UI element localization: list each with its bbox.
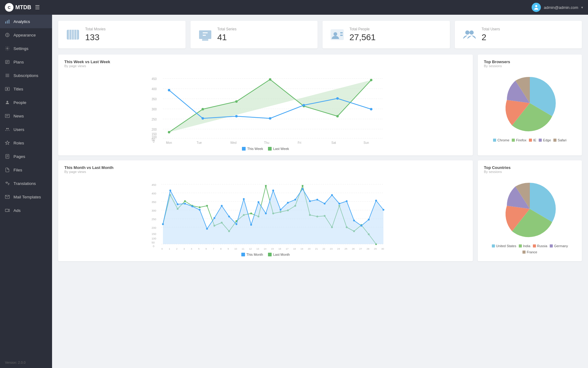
svg-text:23: 23 bbox=[330, 247, 333, 250]
sidebar-item-titles[interactable]: Titles bbox=[0, 82, 52, 96]
stat-info-users: Total Users 2 bbox=[482, 27, 500, 42]
top-countries-card: Top Countries By sessions United States bbox=[478, 160, 582, 261]
svg-point-131 bbox=[199, 206, 201, 208]
legend-firefox: Firefox bbox=[512, 138, 526, 142]
sidebar-label-mail-templates: Mail Templates bbox=[13, 195, 41, 199]
sidebar-item-people[interactable]: People bbox=[0, 96, 52, 109]
svg-text:25: 25 bbox=[345, 247, 347, 250]
svg-rect-27 bbox=[71, 30, 72, 40]
top-countries-subtitle: By sessions bbox=[484, 170, 576, 174]
week-chart-svg: .grid-line { stroke: #e8e8e8; stroke-wid… bbox=[64, 71, 467, 144]
svg-point-181 bbox=[338, 203, 340, 205]
sidebar-item-files[interactable]: Files bbox=[0, 163, 52, 177]
plans-icon bbox=[5, 59, 10, 64]
svg-text:5: 5 bbox=[198, 247, 200, 250]
svg-rect-28 bbox=[74, 30, 75, 40]
user-dropdown-icon[interactable]: ▾ bbox=[581, 6, 583, 10]
svg-text:300: 300 bbox=[152, 108, 157, 111]
translations-icon bbox=[5, 181, 10, 186]
top-browsers-card: Top Browsers By sessions bbox=[478, 55, 582, 155]
sidebar-item-translations[interactable]: Translations bbox=[0, 177, 52, 190]
stat-info-people: Total People 27,561 bbox=[349, 27, 376, 42]
svg-point-180 bbox=[331, 194, 333, 196]
svg-point-174 bbox=[287, 202, 289, 204]
sidebar-item-settings[interactable]: Settings bbox=[0, 42, 52, 55]
svg-point-12 bbox=[6, 101, 8, 102]
stat-card-people: Total People 27,561 bbox=[322, 21, 450, 48]
svg-point-66 bbox=[235, 100, 238, 103]
legend-last-month: Last Month bbox=[268, 253, 290, 256]
month-chart-legend: This Month Last Month bbox=[64, 253, 467, 256]
svg-text:17: 17 bbox=[286, 247, 288, 250]
svg-point-5 bbox=[7, 48, 8, 49]
svg-point-37 bbox=[465, 30, 469, 35]
svg-text:Tue: Tue bbox=[197, 141, 202, 144]
svg-point-72 bbox=[202, 117, 204, 120]
top-countries-title: Top Countries bbox=[484, 165, 576, 170]
topbar-left: C MTDB ☰ bbox=[5, 3, 40, 12]
svg-point-177 bbox=[309, 200, 311, 202]
app-name: MTDB bbox=[15, 4, 31, 11]
sidebar-item-plans[interactable]: Plans bbox=[0, 55, 52, 69]
legend-last-week: Last Week bbox=[268, 147, 289, 151]
legend-chrome: Chrome bbox=[493, 138, 509, 142]
svg-point-173 bbox=[280, 209, 281, 211]
top-browsers-title: Top Browsers bbox=[484, 59, 576, 64]
sidebar-item-subscriptions[interactable]: Subscriptions bbox=[0, 69, 52, 82]
svg-text:250: 250 bbox=[152, 218, 156, 221]
legend-this-week: This Week bbox=[242, 147, 263, 151]
svg-point-175 bbox=[294, 199, 296, 201]
svg-text:15: 15 bbox=[271, 247, 274, 250]
svg-point-140 bbox=[265, 185, 267, 187]
legend-edge: Edge bbox=[539, 138, 551, 142]
sidebar-item-news[interactable]: News bbox=[0, 109, 52, 123]
sidebar-label-analytics: Analytics bbox=[13, 19, 30, 24]
month-chart-title: This Month vs Last Month bbox=[64, 165, 467, 170]
sidebar-label-titles: Titles bbox=[13, 87, 23, 91]
svg-point-70 bbox=[370, 79, 372, 81]
sidebar-label-ads: Ads bbox=[13, 208, 21, 213]
sidebar: Analytics Appearance Settings Plans Subs… bbox=[0, 15, 52, 368]
sidebar-item-users[interactable]: Users bbox=[0, 123, 52, 136]
sidebar-item-roles[interactable]: Roles bbox=[0, 136, 52, 150]
svg-text:20: 20 bbox=[308, 247, 311, 250]
svg-rect-3 bbox=[9, 20, 9, 24]
sidebar-item-appearance[interactable]: Appearance bbox=[0, 28, 52, 42]
sidebar-label-translations: Translations bbox=[13, 181, 36, 186]
svg-text:200: 200 bbox=[152, 226, 156, 229]
svg-text:18: 18 bbox=[293, 247, 296, 250]
svg-point-74 bbox=[269, 117, 271, 120]
total-people-icon bbox=[330, 27, 345, 42]
month-chart-subtitle: By page views bbox=[64, 170, 467, 174]
svg-point-166 bbox=[228, 216, 230, 217]
topbar: C MTDB ☰ admin@admin.com ▾ bbox=[0, 0, 588, 15]
svg-text:100: 100 bbox=[152, 237, 156, 240]
top-countries-pie bbox=[484, 177, 576, 241]
svg-point-34 bbox=[334, 32, 337, 36]
sidebar-item-mail-templates[interactable]: Mail Templates bbox=[0, 190, 52, 204]
svg-point-185 bbox=[368, 219, 370, 220]
sidebar-item-analytics[interactable]: Analytics bbox=[0, 15, 52, 28]
svg-text:7: 7 bbox=[213, 247, 214, 250]
svg-point-71 bbox=[168, 89, 170, 91]
sidebar-item-pages[interactable]: Pages bbox=[0, 150, 52, 163]
svg-text:27: 27 bbox=[359, 247, 362, 250]
month-charts-row: This Month vs Last Month By page views .… bbox=[58, 160, 582, 261]
series-label: Total Series bbox=[217, 27, 237, 31]
legend-france: France bbox=[522, 250, 537, 254]
svg-point-184 bbox=[360, 225, 362, 227]
svg-point-158 bbox=[169, 190, 171, 191]
sidebar-item-ads[interactable]: Ads bbox=[0, 204, 52, 217]
svg-text:200: 200 bbox=[152, 128, 157, 131]
svg-point-165 bbox=[221, 205, 223, 207]
appearance-icon bbox=[5, 33, 10, 37]
analytics-icon bbox=[5, 19, 10, 24]
svg-point-145 bbox=[302, 185, 303, 187]
people-icon bbox=[5, 100, 10, 105]
svg-text:350: 350 bbox=[152, 201, 156, 204]
svg-point-172 bbox=[272, 190, 274, 191]
svg-text:450: 450 bbox=[152, 183, 156, 186]
hamburger-icon[interactable]: ☰ bbox=[35, 4, 40, 11]
svg-text:300: 300 bbox=[152, 209, 156, 212]
svg-point-69 bbox=[336, 115, 339, 117]
